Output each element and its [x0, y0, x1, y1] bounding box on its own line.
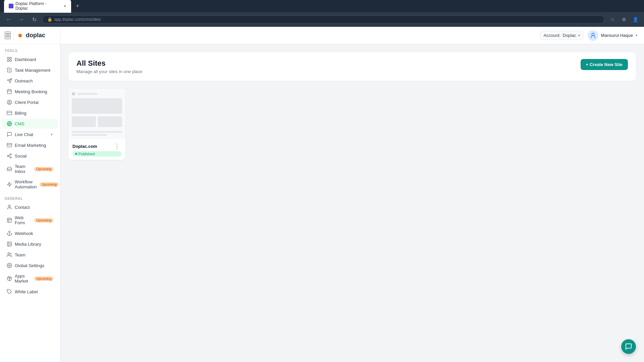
preview-circle — [72, 92, 75, 96]
sidebar-toggle-button[interactable]: ☰ — [5, 32, 11, 39]
meeting-booking-label: Meeting Booking — [15, 89, 47, 94]
nav-refresh-button[interactable]: ↻ — [30, 15, 39, 24]
nav-back-button[interactable]: ← — [4, 15, 13, 24]
site-name: Doplac.com — [72, 144, 97, 149]
nav-forward-button[interactable]: → — [17, 15, 26, 24]
send-icon — [7, 78, 12, 83]
web-form-badge: Upcoming — [34, 218, 53, 223]
sidebar-item-social[interactable]: Social — [2, 151, 58, 161]
preview-line-1 — [72, 131, 122, 133]
tab-close-button[interactable]: ✕ — [63, 4, 66, 8]
lock-icon: 🔒 — [47, 17, 52, 22]
grid-icon — [7, 57, 12, 62]
white-label-label: White Label — [15, 289, 38, 294]
svg-rect-3 — [7, 60, 9, 61]
anchor-icon — [7, 231, 12, 236]
sidebar-item-contact[interactable]: Contact — [2, 202, 58, 212]
sidebar-item-cms[interactable]: CMS — [2, 119, 58, 129]
site-status-dot — [75, 153, 77, 155]
svg-rect-1 — [7, 57, 9, 59]
workflow-badge: Upcoming — [40, 182, 59, 187]
svg-rect-7 — [7, 90, 11, 94]
sidebar-item-billing[interactable]: Billing — [2, 108, 58, 118]
user-avatar — [588, 30, 598, 41]
globe-icon — [7, 121, 12, 126]
svg-point-32 — [9, 265, 10, 266]
sidebar-item-media-library[interactable]: Media Library — [2, 239, 58, 249]
url-text: app.doplac.com/cms/sites — [54, 17, 101, 22]
create-new-site-button[interactable]: + Create New Site — [581, 59, 628, 70]
user-circle-icon — [7, 100, 12, 105]
global-settings-label: Global Settings — [15, 263, 44, 268]
sidebar-item-global-settings[interactable]: Global Settings — [2, 260, 58, 270]
account-chevron-icon: ▾ — [578, 34, 580, 37]
sidebar-item-white-label[interactable]: White Label — [2, 287, 58, 297]
workflow-automation-label: Workflow Automation — [15, 179, 37, 189]
task-management-label: Task Management — [15, 68, 50, 73]
sidebar-item-webhook[interactable]: Webhook — [2, 228, 58, 238]
tag-icon — [7, 289, 12, 294]
sidebar-item-outreach[interactable]: Outreach — [2, 76, 58, 86]
sidebar-item-web-form[interactable]: Web Form Upcoming — [2, 213, 58, 228]
chat-bubble-icon — [625, 343, 632, 350]
preview-line-2 — [72, 134, 107, 136]
browser-actions: ☆ ⚙ 👤 — [608, 15, 640, 24]
page-subtitle: Manage all your sites in one place — [76, 69, 143, 74]
sidebar-item-client-portal[interactable]: Client Portal — [2, 97, 58, 107]
svg-line-20 — [9, 156, 10, 157]
svg-rect-24 — [7, 218, 11, 222]
tools-section-label: TOOLS — [0, 44, 60, 54]
topbar: Account: Doplac ▾ Mansurul Haque ▾ — [60, 27, 644, 44]
preview-url-bar — [77, 93, 97, 95]
new-tab-button[interactable]: + — [74, 3, 82, 10]
address-bar[interactable]: 🔒 app.doplac.com/cms/sites — [42, 15, 604, 23]
svg-rect-2 — [10, 57, 11, 59]
user-name-text: Mansurul Haque — [601, 33, 633, 38]
message-circle-icon — [7, 132, 12, 137]
sidebar-header: ☰ doplac — [0, 27, 60, 44]
sidebar-item-live-chat[interactable]: Live Chat ▼ — [2, 129, 58, 139]
svg-point-0 — [18, 34, 21, 37]
account-selector[interactable]: Account: Doplac ▾ — [540, 31, 584, 40]
team-label: Team — [15, 252, 25, 257]
apps-market-label: Apps Market — [15, 274, 32, 284]
account-label-text: Account: — [544, 33, 561, 38]
tab-title: Doplac Platform - Doplac — [15, 1, 59, 11]
webhook-label: Webhook — [15, 231, 33, 236]
image-icon — [7, 241, 12, 247]
svg-marker-22 — [7, 182, 11, 186]
sidebar-item-workflow-automation[interactable]: Workflow Automation Upcoming — [2, 177, 58, 192]
layout-icon — [7, 218, 12, 223]
mail-icon — [7, 142, 12, 148]
page-title: All Sites — [76, 59, 143, 68]
site-card-doplac: Doplac.com ⋮ Published — [68, 89, 125, 160]
site-more-button[interactable]: ⋮ — [113, 142, 121, 150]
create-btn-label: + Create New Site — [586, 62, 623, 67]
svg-point-31 — [8, 253, 9, 254]
browser-chrome: Doplac Platform - Doplac ✕ + — [0, 0, 644, 12]
sidebar-item-meeting-booking[interactable]: Meeting Booking — [2, 86, 58, 97]
sidebar-item-team-inbox[interactable]: Team Inbox Upcoming — [2, 162, 58, 176]
sidebar-item-email-marketing[interactable]: Email Marketing — [2, 140, 58, 150]
sidebar-item-task-management[interactable]: Task Management — [2, 65, 58, 75]
sidebar-item-dashboard[interactable]: Dashboard — [2, 54, 58, 64]
brand-name: doplac — [26, 32, 45, 39]
extensions-button[interactable]: ⚙ — [619, 15, 629, 24]
svg-line-33 — [8, 277, 10, 278]
profile-button[interactable]: 👤 — [631, 15, 640, 24]
topbar-right: Account: Doplac ▾ Mansurul Haque ▾ — [540, 30, 637, 41]
bookmark-button[interactable]: ☆ — [608, 15, 617, 24]
main-container: Account: Doplac ▾ Mansurul Haque ▾ — [60, 27, 644, 362]
chat-bubble-button[interactable] — [621, 339, 636, 354]
header-divider — [13, 31, 14, 40]
browser-tab[interactable]: Doplac Platform - Doplac ✕ — [4, 0, 71, 13]
brand-area: doplac — [16, 32, 45, 39]
user-info[interactable]: Mansurul Haque ▾ — [588, 30, 637, 41]
preview-cards-row — [72, 116, 122, 127]
apps-market-badge: Upcoming — [34, 277, 53, 281]
sidebar-item-team[interactable]: Team — [2, 250, 58, 260]
sidebar-item-apps-market[interactable]: Apps Market Upcoming — [2, 271, 58, 286]
user-chevron-icon: ▾ — [636, 34, 637, 37]
svg-point-30 — [8, 243, 9, 244]
svg-line-21 — [9, 155, 10, 156]
